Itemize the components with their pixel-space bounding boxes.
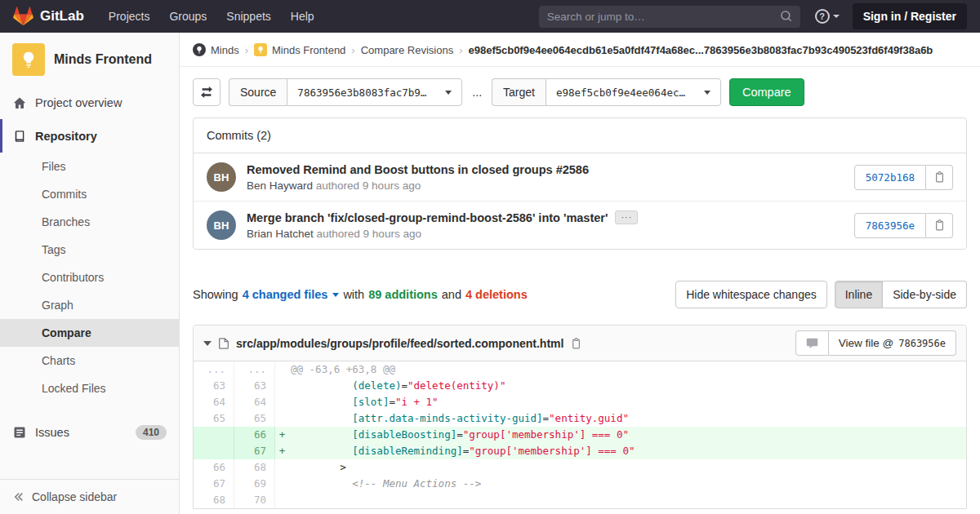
diff-old-line-number[interactable]	[194, 443, 234, 459]
toggle-comments-button[interactable]	[795, 330, 829, 356]
target-label: Target	[492, 78, 546, 106]
diff-file-panel: src/app/modules/groups/profile/feed/sort…	[193, 325, 967, 509]
sidebar-item-graph[interactable]: Graph	[0, 291, 179, 319]
target-revision-group: Target e98ef5cb0f9e4ee064ec…	[492, 78, 721, 106]
sidebar-item-issues[interactable]: Issues 410	[0, 415, 179, 449]
diff-old-line-number[interactable]: 63	[194, 378, 234, 394]
diff-new-line-number[interactable]: 64	[234, 394, 275, 410]
commit-author-name[interactable]: Ben Hayward	[247, 179, 313, 192]
breadcrumb-link-minds-frontend[interactable]: Minds Frontend	[254, 43, 345, 56]
sidebar: Minds Frontend Project overview Reposito…	[0, 33, 180, 514]
diff-summary-bar: Showing 4 changed files with 89 addition…	[193, 281, 967, 308]
home-icon	[12, 95, 26, 109]
gitlab-tanuki-icon	[13, 7, 33, 26]
diff-old-line-number[interactable]: 64	[194, 394, 234, 410]
navbar-item-help[interactable]: Help	[281, 5, 324, 28]
diff-new-line-number[interactable]: ...	[234, 361, 275, 378]
showing-text: Showing	[193, 288, 238, 301]
copy-sha-button[interactable]	[926, 165, 953, 190]
diff-line-add: 66+ [disableBoosting]="group['membership…	[194, 427, 966, 443]
diff-old-line-number[interactable]: 68	[194, 492, 234, 508]
repository-icon	[12, 129, 26, 143]
commit-title-link[interactable]: Merge branch 'fix/closed-group-remind-bo…	[247, 211, 608, 224]
sign-in-register-button[interactable]: Sign in / Register	[853, 3, 967, 29]
lightbulb-icon	[195, 46, 203, 54]
diff-old-line-number[interactable]: 65	[194, 410, 234, 427]
commit-sha-button[interactable]: 5072b168	[854, 165, 926, 190]
diff-line-sign: +	[275, 427, 289, 443]
navbar-item-projects[interactable]: Projects	[99, 5, 160, 28]
sidebar-item-compare[interactable]: Compare	[0, 319, 179, 347]
sidebar-item-repository[interactable]: Repository	[0, 119, 179, 153]
sidebar-item-contributors[interactable]: Contributors	[0, 264, 179, 291]
copy-file-path-button[interactable]	[571, 338, 581, 349]
diff-file-header: src/app/modules/groups/profile/feed/sort…	[194, 326, 966, 361]
breadcrumb: Minds›Minds Frontend›Compare Revisions›e…	[180, 33, 980, 67]
navbar-menu: ProjectsGroupsSnippetsHelp	[99, 5, 324, 28]
copy-sha-button[interactable]	[926, 213, 953, 238]
breadcrumb-link-compare-revisions[interactable]: Compare Revisions	[361, 44, 453, 56]
sidebar-item-locked-files[interactable]: Locked Files	[0, 374, 179, 402]
sidebar-item-branches[interactable]: Branches	[0, 208, 179, 236]
commit-title-link[interactable]: Removed Remind and Boost buttons in clos…	[247, 163, 589, 176]
issues-count-badge: 410	[136, 425, 167, 440]
diff-old-line-number[interactable]	[194, 427, 234, 443]
code-segment: [disableReminding]	[352, 445, 462, 457]
commit-row: BHRemoved Remind and Boost buttons in cl…	[194, 153, 966, 201]
lightbulb-icon	[256, 46, 265, 54]
help-dropdown[interactable]: ?	[815, 9, 840, 24]
sidebar-item-commits[interactable]: Commits	[0, 180, 179, 208]
diff-old-line-number[interactable]: 66	[194, 459, 234, 476]
collapse-diff-icon[interactable]	[203, 341, 212, 346]
source-revision-value: 7863956e3b8083fac7b9…	[297, 86, 426, 99]
commit-author-avatar: BH	[207, 162, 236, 192]
diff-new-line-number[interactable]: 65	[234, 410, 275, 427]
gitlab-home-link[interactable]: GitLab	[13, 7, 84, 26]
diff-new-line-number[interactable]: 69	[234, 476, 275, 492]
diff-line-sign	[275, 492, 289, 508]
search-box[interactable]	[539, 6, 800, 28]
diff-new-line-number[interactable]: 68	[234, 459, 275, 476]
changed-files-count: 4 changed files	[243, 288, 328, 301]
commits-panel-title: Commits (2)	[194, 118, 966, 153]
compare-button[interactable]: Compare	[729, 78, 804, 106]
navbar-item-groups[interactable]: Groups	[159, 5, 216, 28]
breadcrumb-link-minds[interactable]: Minds	[193, 43, 239, 56]
sidebar-item-files[interactable]: Files	[0, 153, 179, 180]
code-segment: =	[401, 379, 408, 392]
commit-sha-group: 7863956e	[854, 213, 953, 238]
side-by-side-view-button[interactable]: Side-by-side	[883, 281, 967, 308]
hide-whitespace-button[interactable]: Hide whitespace changes	[675, 281, 827, 308]
commit-message-expand-button[interactable]: ···	[615, 210, 638, 224]
diff-line-code: @@ -63,6 +63,8 @@	[289, 361, 966, 378]
collapse-sidebar-button[interactable]: Collapse sidebar	[0, 479, 179, 514]
sidebar-item-charts[interactable]: Charts	[0, 347, 179, 374]
diff-new-line-number[interactable]: 70	[234, 492, 275, 508]
diff-old-line-number[interactable]: 67	[194, 476, 234, 492]
target-revision-dropdown[interactable]: e98ef5cb0f9e4ee064ec…	[546, 78, 721, 106]
inline-view-button[interactable]: Inline	[835, 281, 883, 308]
sidebar-item-tags[interactable]: Tags	[0, 236, 179, 264]
diff-old-line-number[interactable]: ...	[194, 361, 234, 378]
diff-new-line-number[interactable]: 63	[234, 378, 275, 394]
source-revision-dropdown[interactable]: 7863956e3b8083fac7b9…	[287, 78, 462, 106]
search-input[interactable]	[547, 11, 774, 23]
diff-file-actions: View file @ 7863956e	[795, 330, 956, 356]
changed-files-dropdown[interactable]: 4 changed files	[243, 288, 340, 301]
swap-revisions-button[interactable]	[193, 78, 220, 106]
commit-sha-button[interactable]: 7863956e	[854, 213, 926, 238]
diff-line-context: 6464 [slot]="i + 1"	[194, 394, 966, 410]
sidebar-item-project-overview[interactable]: Project overview	[0, 86, 179, 119]
diff-line-sign	[275, 410, 289, 427]
diff-line-context: 6668 >	[194, 459, 966, 476]
view-file-button[interactable]: View file @ 7863956e	[829, 330, 956, 356]
commit-author-name[interactable]: Brian Hatchet	[247, 228, 314, 240]
diff-new-line-number[interactable]: 66	[234, 427, 275, 443]
project-header-link[interactable]: Minds Frontend	[0, 33, 179, 86]
brand-name: GitLab	[40, 8, 84, 24]
diff-line-code: <!-- Menu Actions -->	[289, 476, 966, 492]
lightbulb-icon	[20, 51, 38, 69]
diff-line-context: 6565 [attr.data-minds-activity-guid]="en…	[194, 410, 966, 427]
diff-new-line-number[interactable]: 67	[234, 443, 275, 459]
navbar-item-snippets[interactable]: Snippets	[216, 5, 280, 28]
